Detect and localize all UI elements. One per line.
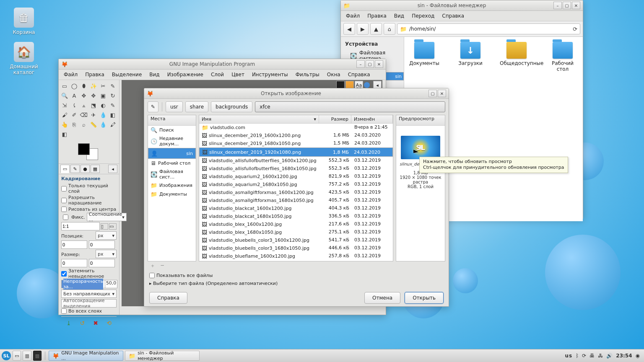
gimp-tool-8[interactable]: ✥ — [80, 91, 88, 100]
file-row[interactable]: 📁vladstudio.comВчера в 21:45 — [199, 124, 393, 132]
gimp-tool-29[interactable]: 🖍 — [109, 120, 117, 129]
odlg-maximize-button[interactable]: ▢ — [428, 90, 437, 97]
user-menu-icon[interactable]: ◉ — [636, 353, 640, 359]
file-row[interactable]: 🖼vladstudio_aquarium2_1680x1050.jpg757,2… — [199, 181, 393, 189]
gimp-tool-25[interactable]: ⎘ — [70, 120, 78, 129]
gimp-menu-image[interactable]: Изображение — [164, 70, 207, 79]
places-item[interactable]: 🖥Рабочий стол — [148, 159, 196, 168]
col-name[interactable]: Имя▾ — [199, 115, 319, 123]
restore-preset-icon[interactable]: ↺ — [78, 319, 86, 327]
add-bookmark-icon[interactable]: ＋ — [150, 262, 155, 269]
gimp-menu-layer[interactable]: Слой — [208, 70, 227, 79]
preview-thumbnail[interactable] — [401, 136, 440, 159]
gimp-tool-11[interactable]: ↻ — [109, 91, 117, 100]
gimp-tool-17[interactable]: ✎ — [109, 101, 117, 109]
fm-titlebar[interactable]: 📁 sin - Файловый менеджер – ▢ ✕ — [341, 0, 583, 11]
opacity-value[interactable]: 50,0 — [105, 280, 118, 288]
places-item[interactable]: 📁Документы — [148, 190, 196, 199]
autoshrink-button[interactable]: Автосокращение выделения — [61, 299, 117, 308]
guides-select[interactable]: Без направляющих▾ — [61, 290, 117, 298]
fm-forward-button[interactable]: ▶ — [357, 23, 369, 35]
gimp-tool-23[interactable]: ◧ — [109, 111, 117, 119]
fm-menu-edit[interactable]: Правка — [364, 12, 390, 20]
keyboard-layout-indicator[interactable]: us — [565, 353, 573, 359]
fm-maximize-button[interactable]: ▢ — [563, 2, 571, 9]
fm-menu-go[interactable]: Переход — [408, 12, 438, 20]
tab-device-icon[interactable]: ✎ — [70, 165, 80, 173]
remove-bookmark-icon[interactable]: − — [160, 262, 164, 269]
gimp-menu-edit[interactable]: Правка — [82, 70, 108, 79]
gimp-tool-12[interactable]: ⇲ — [60, 101, 69, 109]
file-row[interactable]: 🖼slinux_december_2019_1680x1050.png1,5 М… — [199, 140, 393, 147]
gimp-tool-4[interactable]: ✂ — [99, 82, 107, 90]
gimp-menu-filters[interactable]: Фильтры — [292, 70, 323, 79]
col-modified[interactable]: Изменён — [351, 115, 393, 123]
places-item[interactable]: 👤sin — [148, 148, 196, 159]
gimp-tool-16[interactable]: ◐ — [99, 101, 107, 109]
odlg-titlebar[interactable]: 🦊 Открыть изображение ▢ ✕ — [144, 88, 449, 99]
fm-folder-documents[interactable]: Документы — [408, 42, 441, 66]
desktop-icon-trash[interactable]: 🗑 Корзина — [5, 8, 43, 35]
gimp-menu-windows[interactable]: Окна — [324, 70, 344, 79]
pos-y-input[interactable] — [89, 240, 115, 249]
bluetooth-icon[interactable]: ᛒ — [576, 353, 579, 359]
gimp-minimize-button[interactable]: – — [356, 60, 365, 68]
gimp-tab-undo-icon[interactable] — [364, 82, 370, 88]
gimp-maximize-button[interactable]: ▢ — [366, 60, 374, 68]
path-segment-backgrounds[interactable]: backgrounds — [211, 101, 252, 112]
fm-folder-public[interactable]: Общедоступные — [500, 42, 533, 66]
file-row[interactable]: 🖼vladstudio_allisfullofbutterflies_1600x… — [199, 157, 393, 165]
printer-icon[interactable]: 🖶 — [589, 353, 595, 359]
taskbar-filemanager[interactable]: 📁sin - Файловый менеджер — [125, 351, 200, 361]
volume-icon[interactable]: 🔊 — [606, 353, 613, 359]
clock[interactable]: 23:54 — [616, 353, 632, 359]
places-item[interactable]: 🔍Поиск — [148, 126, 196, 134]
gimp-close-button[interactable]: ✕ — [375, 60, 383, 68]
ratio-portrait-icon[interactable]: ▯ — [101, 223, 108, 230]
gimp-tool-24[interactable]: 👆 — [60, 120, 69, 129]
odlg-close-button[interactable]: ✕ — [438, 90, 446, 97]
fm-home-button[interactable]: ⌂ — [384, 23, 395, 35]
file-row[interactable]: 🖼slinux_december_2019_1600x1200.png1,6 М… — [199, 132, 393, 140]
size-unit-select[interactable]: px▾ — [96, 250, 117, 258]
path-segment-xfce[interactable]: xfce — [255, 101, 445, 112]
fm-back-button[interactable]: ◀ — [343, 23, 355, 35]
network-icon[interactable]: 🖧 — [598, 353, 603, 359]
fm-menu-view[interactable]: Вид — [391, 12, 408, 20]
file-row[interactable]: 🖼vladstudio_allisfullofbutterflies_1680x… — [199, 165, 393, 173]
file-row[interactable]: 🖼vladstudio_bluebells_color3_1680x1050.j… — [199, 244, 393, 252]
file-row[interactable]: 🖼vladstudio_blackcat_1680x1050.jpg336,5 … — [199, 212, 393, 220]
file-row[interactable]: 🖼vladstudio_blex_1680x1050.jpg275,1 кБ03… — [199, 228, 393, 236]
gimp-tool-28[interactable]: 💧 — [99, 120, 107, 129]
opt-fixed-select[interactable]: Соотношение ...▾ — [87, 213, 127, 221]
gimp-tool-22[interactable]: 💧 — [99, 111, 107, 119]
gimp-tool-9[interactable]: ✥ — [89, 91, 98, 100]
path-edit-button[interactable]: ✎ — [148, 101, 158, 112]
opt-only-current-layer[interactable]: Только текущий слой — [61, 183, 117, 194]
file-row[interactable]: 🖼slinux_december_2019_1920x1080.png1,8 М… — [199, 147, 393, 157]
gimp-tool-7[interactable]: A — [70, 91, 78, 100]
file-row[interactable]: 🖼vladstudio_blackcat_1600x1200.jpg404,3 … — [199, 204, 393, 212]
places-item[interactable]: 💽Файловая сист... — [148, 168, 196, 181]
opt-all-layers[interactable]: Во всех слоях — [61, 308, 117, 314]
tab-tool-options-icon[interactable]: ▭ — [60, 165, 70, 173]
opt-fixed-check[interactable] — [63, 215, 68, 220]
cancel-button[interactable]: Отмена — [364, 292, 400, 304]
gimp-menu-color[interactable]: Цвет — [228, 70, 248, 79]
gimp-menu-view[interactable]: Вид — [146, 70, 163, 79]
gimp-menu-select[interactable]: Выделение — [109, 70, 145, 79]
gimp-menu-file[interactable]: Файл — [60, 70, 81, 79]
color-swatches[interactable] — [78, 143, 98, 160]
fm-close-button[interactable]: ✕ — [572, 2, 580, 9]
fm-up-button[interactable]: ▲ — [370, 23, 382, 35]
show-all-files[interactable]: Показывать все файлы — [149, 273, 444, 278]
reset-preset-icon[interactable]: ⟲ — [105, 319, 113, 327]
file-row[interactable]: 🖼vladstudio_blueflame_1600x1200.jpg257,8… — [199, 252, 393, 260]
fm-refresh-icon[interactable]: ⟳ — [573, 26, 577, 32]
gimp-tool-18[interactable]: 🖌 — [60, 111, 69, 119]
tab-brush-icon[interactable]: ● — [80, 165, 90, 173]
gimp-tool-5[interactable]: ✎ — [109, 82, 117, 90]
gimp-tool-10[interactable]: ▣ — [99, 91, 107, 100]
start-menu-button[interactable]: SL — [2, 351, 11, 360]
gimp-tool-1[interactable]: ◯ — [70, 82, 78, 90]
